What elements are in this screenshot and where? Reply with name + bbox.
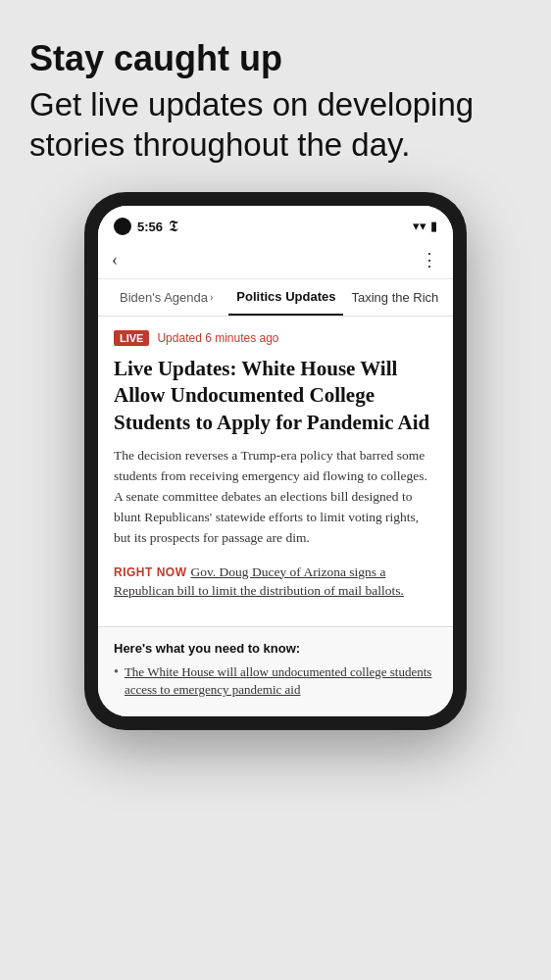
back-button[interactable]: ‹ xyxy=(112,250,118,270)
right-now-section: RIGHT NOW Gov. Doug Ducey of Arizona sig… xyxy=(114,563,437,601)
article-content: LIVE Updated 6 minutes ago Live Updates:… xyxy=(98,317,453,626)
wifi-icon: ▾▾ xyxy=(413,219,426,234)
need-to-know-section: Here's what you need to know: • The Whit… xyxy=(98,626,453,716)
tab-bidens-agenda[interactable]: Biden's Agenda › xyxy=(112,279,221,316)
article-body: The decision reverses a Trump-era policy… xyxy=(114,446,437,549)
phone-screen: 5:56 𝕿 ▾▾ ▮ ‹ ⋮ Biden's Agenda › xyxy=(98,206,453,716)
more-button[interactable]: ⋮ xyxy=(421,249,439,270)
status-right: ▾▾ ▮ xyxy=(413,219,437,234)
chevron-icon: › xyxy=(210,292,213,303)
headline-title: Stay caught up xyxy=(29,39,522,78)
phone-frame: 5:56 𝕿 ▾▾ ▮ ‹ ⋮ Biden's Agenda › xyxy=(84,192,467,730)
need-to-know-item-text[interactable]: The White House will allow undocumented … xyxy=(125,663,437,699)
live-badge: LIVE xyxy=(114,330,149,346)
tab-taxing-rich-label: Taxing the Rich xyxy=(351,290,438,305)
tab-price[interactable]: $4 xyxy=(446,279,453,316)
status-left: 5:56 𝕿 xyxy=(114,218,178,235)
tab-politics-updates[interactable]: Politics Updates xyxy=(228,279,343,316)
tab-bidens-agenda-label: Biden's Agenda xyxy=(120,290,208,305)
nav-bar: ‹ ⋮ xyxy=(98,243,453,279)
headline-section: Stay caught up Get live updates on devel… xyxy=(29,39,522,165)
tab-taxing-rich[interactable]: Taxing the Rich xyxy=(343,279,446,316)
tab-politics-updates-label: Politics Updates xyxy=(236,289,335,304)
article-headline[interactable]: Live Updates: White House Will Allow Und… xyxy=(114,356,437,436)
bullet-icon: • xyxy=(114,664,119,680)
live-badge-row: LIVE Updated 6 minutes ago xyxy=(114,330,437,346)
need-to-know-item: • The White House will allow undocumente… xyxy=(114,663,437,699)
status-time: 5:56 xyxy=(137,220,163,234)
right-now-label: RIGHT NOW xyxy=(114,565,187,579)
need-to-know-title: Here's what you need to know: xyxy=(114,641,437,656)
status-dot xyxy=(114,218,131,235)
nyt-logo-icon: 𝕿 xyxy=(169,218,178,235)
page-wrapper: Stay caught up Get live updates on devel… xyxy=(0,0,551,980)
headline-subtitle: Get live updates on developing stories t… xyxy=(29,84,522,166)
updated-text: Updated 6 minutes ago xyxy=(157,331,278,345)
battery-icon: ▮ xyxy=(430,219,437,234)
tab-bar: Biden's Agenda › Politics Updates Taxing… xyxy=(98,279,453,317)
status-bar: 5:56 𝕿 ▾▾ ▮ xyxy=(98,206,453,243)
